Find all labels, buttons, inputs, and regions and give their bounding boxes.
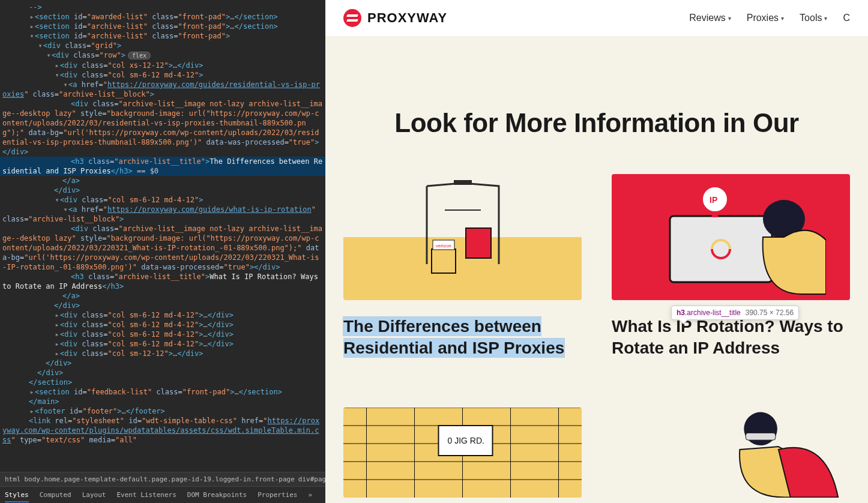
nav-reviews[interactable]: Reviews▾ bbox=[689, 13, 731, 23]
tab-properties[interactable]: Properties bbox=[258, 491, 297, 499]
svg-text:verizon: verizon bbox=[436, 243, 451, 248]
card-title: The Differences between Residential and … bbox=[343, 316, 582, 360]
elements-tree[interactable]: --> ▸<section id="awarded-list" class="f… bbox=[0, 0, 325, 472]
breadcrumb-item[interactable]: body.home.page-template-default.page.pag… bbox=[25, 475, 295, 483]
logo-text: PROXYWAY bbox=[367, 10, 447, 26]
hero-title: Look for More Information in Our bbox=[343, 108, 850, 138]
selected-element[interactable]: <h3 class="archive-list__title">The Diff… bbox=[0, 157, 325, 176]
breadcrumb[interactable]: html body.home.page-template-default.pag… bbox=[0, 472, 325, 486]
svg-rect-15 bbox=[746, 433, 776, 440]
chevron-down-icon: ▾ bbox=[728, 15, 731, 22]
svg-rect-1 bbox=[466, 228, 491, 258]
breadcrumb-item[interactable]: div#pag bbox=[298, 475, 325, 483]
tab-styles[interactable]: Styles bbox=[5, 491, 29, 502]
card-image: verizon bbox=[343, 174, 582, 300]
tab-computed[interactable]: Computed bbox=[40, 491, 71, 499]
expand-caret-icon[interactable]: ▸ bbox=[29, 12, 35, 22]
inspected-title: The Differences between Residential and … bbox=[343, 317, 564, 357]
comment-close: --> bbox=[29, 3, 42, 11]
styles-tabs: Styles Computed Layout Event Listeners D… bbox=[0, 486, 325, 503]
card-2[interactable]: IP What Is IP Rotation? Ways to Rotate a… bbox=[612, 174, 850, 360]
tab-dom-breakpoints[interactable]: DOM Breakpoints bbox=[187, 491, 247, 499]
card-1[interactable]: verizon The Differences between Resident… bbox=[343, 174, 582, 360]
breadcrumb-item[interactable]: html bbox=[5, 475, 21, 483]
nav-proxies[interactable]: Proxies▾ bbox=[747, 13, 784, 23]
card-title: What Is IP Rotation? Ways to Rotate an I… bbox=[612, 316, 850, 360]
svg-point-14 bbox=[755, 412, 767, 424]
expand-caret-icon[interactable]: ▾ bbox=[29, 31, 35, 41]
svg-rect-2 bbox=[432, 249, 456, 273]
nav-tools[interactable]: Tools▾ bbox=[800, 13, 827, 23]
nav-more[interactable]: C bbox=[843, 13, 850, 23]
tooltip-dimensions: 390.75 × 72.56 bbox=[746, 309, 794, 317]
tab-layout[interactable]: Layout bbox=[82, 491, 106, 499]
site-header: PROXYWAY Reviews▾ Proxies▾ Tools▾ C bbox=[325, 0, 868, 36]
cards-row-2: 0 JIG RD. bbox=[325, 384, 868, 498]
svg-rect-0 bbox=[454, 180, 472, 185]
inspect-tooltip: h3.archive-list__title 390.75 × 72.56 bbox=[671, 306, 799, 320]
card-image: IP bbox=[612, 174, 850, 300]
svg-text:IP: IP bbox=[710, 195, 717, 205]
more-tabs-icon[interactable]: » bbox=[308, 491, 312, 499]
card-3[interactable]: 0 JIG RD. bbox=[343, 408, 582, 498]
card-4[interactable] bbox=[612, 408, 850, 498]
main-nav: Reviews▾ Proxies▾ Tools▾ C bbox=[689, 13, 850, 23]
svg-text:0 JIG RD.: 0 JIG RD. bbox=[448, 436, 484, 445]
flex-badge[interactable]: flex bbox=[128, 52, 151, 59]
cards-row: verizon The Differences between Resident… bbox=[325, 174, 868, 384]
logo[interactable]: PROXYWAY bbox=[343, 9, 447, 27]
tab-event-listeners[interactable]: Event Listeners bbox=[116, 491, 176, 499]
devtools-panel: --> ▸<section id="awarded-list" class="f… bbox=[0, 0, 325, 503]
page-preview: PROXYWAY Reviews▾ Proxies▾ Tools▾ C Look… bbox=[325, 0, 868, 503]
logo-icon bbox=[343, 9, 361, 27]
svg-rect-5 bbox=[670, 216, 772, 282]
hero: Look for More Information in Our bbox=[325, 36, 868, 174]
